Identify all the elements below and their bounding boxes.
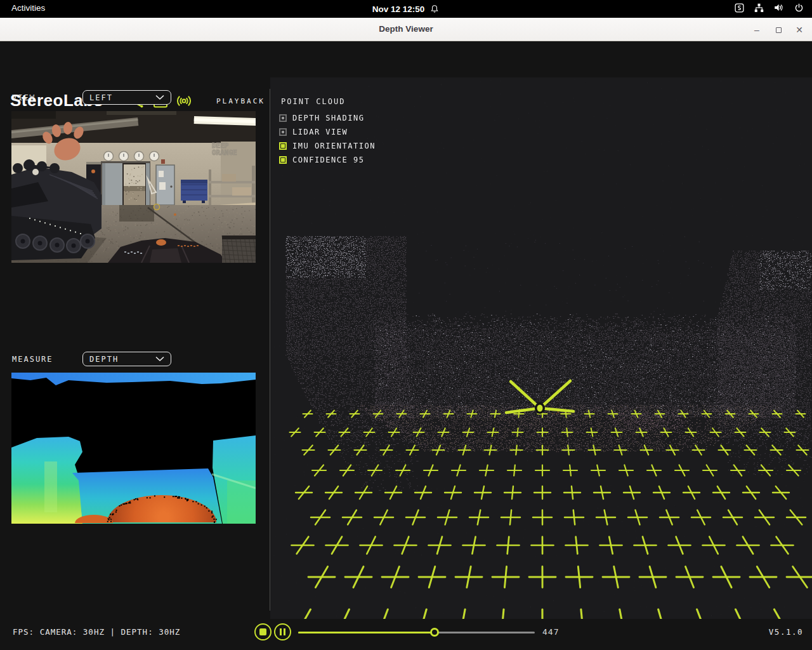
- activities-button[interactable]: Activities: [11, 3, 45, 13]
- playback-label: PLAYBACK: [216, 97, 265, 105]
- pause-icon-bar: [280, 628, 282, 635]
- slider-handle[interactable]: [430, 628, 439, 637]
- power-icon: [794, 3, 804, 13]
- measure-select-value: DEPTH: [89, 355, 119, 364]
- app-version: V5.1.0: [769, 627, 803, 637]
- status-bar: FPS: CAMERA: 30HZ | DEPTH: 30HZ 447 V5.1…: [0, 619, 812, 650]
- maximize-icon: [776, 27, 782, 33]
- network-icon: [754, 3, 764, 13]
- checkbox-imu-orientation[interactable]: IMU ORIENTATION: [279, 142, 376, 150]
- clock-label: Nov 12 12:50: [372, 4, 425, 14]
- stop-button[interactable]: [254, 623, 272, 640]
- minimize-button[interactable]: –: [750, 23, 763, 36]
- checkbox-lidar-view[interactable]: LIDAR VIEW: [279, 128, 348, 136]
- pause-icon-bar: [284, 628, 285, 635]
- checkbox-box: [279, 114, 287, 122]
- slider-fill: [298, 632, 435, 633]
- stop-icon: [259, 628, 266, 635]
- checkbox-box: [279, 128, 287, 136]
- measure-label: MEASURE: [12, 355, 53, 364]
- system-top-bar: Activities Nov 12 12:50: [0, 0, 812, 18]
- checkbox-box: [279, 156, 287, 164]
- view-select-value: LEFT: [89, 93, 113, 102]
- keyboard-indicator-icon: [734, 3, 745, 13]
- notification-bell-icon: [429, 3, 440, 15]
- maximize-button[interactable]: [772, 23, 785, 36]
- checkbox-box: [279, 142, 287, 150]
- playback-slider[interactable]: [298, 628, 535, 637]
- close-button[interactable]: ✕: [793, 23, 806, 36]
- depth-viewer-app: StereoLabs* PLAYBACK /home/rz ID: - SN:: [0, 41, 812, 650]
- frame-number: 447: [542, 627, 559, 637]
- fps-status-text: FPS: CAMERA: 30HZ | DEPTH: 30HZ: [13, 627, 180, 637]
- view-label: VIEW: [12, 93, 36, 102]
- window-title-bar: Depth Viewer – ✕: [0, 18, 812, 41]
- broadcast-icon[interactable]: [175, 92, 193, 110]
- point-cloud-title: POINT CLOUD: [281, 97, 345, 106]
- view-select[interactable]: LEFT: [82, 90, 171, 105]
- measure-select[interactable]: DEPTH: [82, 352, 171, 366]
- camera-view-image: [11, 111, 256, 263]
- depth-map-image: [11, 373, 256, 524]
- window-title: Depth Viewer: [0, 24, 812, 34]
- checkbox-label: CONFIDENCE 95: [292, 156, 364, 164]
- clock-menu[interactable]: Nov 12 12:50: [0, 0, 812, 18]
- checkbox-label: LIDAR VIEW: [292, 128, 348, 136]
- volume-icon: [773, 2, 785, 13]
- checkbox-confidence[interactable]: CONFIDENCE 95: [279, 156, 364, 164]
- chevron-down-icon: [155, 356, 165, 362]
- pause-button[interactable]: [274, 623, 291, 640]
- system-tray-menu[interactable]: [734, 2, 804, 13]
- chevron-down-icon: [155, 95, 165, 100]
- checkbox-depth-shading[interactable]: DEPTH SHADING: [279, 114, 364, 123]
- checkbox-label: IMU ORIENTATION: [292, 142, 376, 150]
- checkbox-label: DEPTH SHADING: [292, 114, 364, 123]
